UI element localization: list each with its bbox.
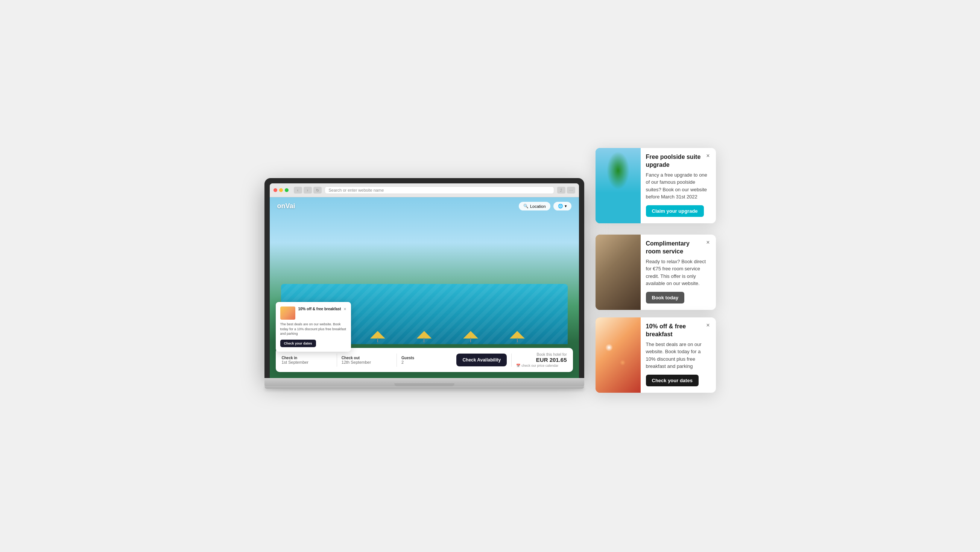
scene: ‹ › ↻ Search or enter website name ⤴ ⋯	[264, 148, 716, 404]
hotel-nav: onVai 🔍 Location 🌐 ▾	[270, 197, 579, 215]
popup-card-2-body: Complimentary room service × Ready to re…	[595, 235, 716, 310]
popup-card-3-body: 10% off & free breakfast × The best deal…	[595, 317, 716, 393]
umbrella-2	[370, 331, 385, 342]
calendar-icon: 📅	[516, 364, 520, 367]
hotel-site: onVai 🔍 Location 🌐 ▾	[270, 197, 579, 378]
checkin-value: 1st September	[282, 360, 332, 364]
checkin-label: Check in	[282, 356, 332, 360]
browser-menu-button[interactable]: ⋯	[567, 187, 575, 193]
popup-card-3-cta-button[interactable]: Check your dates	[646, 375, 698, 386]
address-text: Search or enter website name	[329, 188, 384, 192]
check-availability-button[interactable]: Check Availability	[456, 354, 507, 366]
popup-card-2-header: Complimentary room service ×	[646, 240, 710, 256]
inner-popup-header: 10% off & free breakfast ×	[280, 306, 347, 320]
guests-field[interactable]: Guests 2	[401, 356, 452, 364]
popup-card-1-description: Fancy a free upgrade to one of our famou…	[646, 171, 710, 201]
popup-card-upgrade: Free poolside suite upgrade × Fancy a fr…	[595, 148, 716, 223]
popup-card-3-header: 10% off & free breakfast ×	[646, 323, 710, 338]
inner-popup-image	[280, 306, 295, 320]
popup-card-1-close-button[interactable]: ×	[706, 153, 710, 159]
popup-card-2-image	[595, 235, 641, 310]
popup-card-1-body: Free poolside suite upgrade × Fancy a fr…	[595, 148, 716, 223]
location-button[interactable]: 🔍 Location	[519, 202, 550, 211]
popup-card-1-title: Free poolside suite upgrade	[646, 153, 703, 169]
booking-divider-1	[337, 354, 337, 367]
globe-icon: 🌐	[558, 204, 563, 209]
laptop-stand	[264, 386, 584, 389]
popup-card-3-image	[595, 317, 641, 393]
checkout-label: Check out	[342, 356, 392, 360]
inner-popup: 10% off & free breakfast × The best deal…	[276, 302, 351, 352]
booking-divider-3	[511, 354, 512, 367]
price-calendar-label: check our price calendar	[522, 364, 558, 367]
nav-actions: 🔍 Location 🌐 ▾	[519, 202, 571, 211]
popup-card-2-description: Ready to relax? Book direct for €75 free…	[646, 258, 710, 287]
booking-divider-2	[396, 354, 397, 367]
popup-card-1-content: Free poolside suite upgrade × Fancy a fr…	[641, 148, 716, 223]
laptop-screen-outer: ‹ › ↻ Search or enter website name ⤴ ⋯	[264, 178, 584, 378]
price-calendar[interactable]: 📅 check our price calendar	[516, 364, 566, 367]
language-button[interactable]: 🌐 ▾	[554, 202, 571, 211]
browser-window: ‹ › ↻ Search or enter website name ⤴ ⋯	[270, 183, 579, 378]
checkout-field[interactable]: Check out 12th September	[342, 356, 392, 364]
popup-card-2-title: Complimentary room service	[646, 240, 703, 256]
popup-card-2-close-button[interactable]: ×	[706, 239, 710, 246]
price-field: Book this hotel for EUR 201.65 📅 check o…	[516, 353, 566, 367]
guests-label: Guests	[401, 356, 452, 360]
location-label: Location	[530, 204, 546, 209]
checkin-field[interactable]: Check in 1st September	[282, 356, 332, 364]
inner-popup-title-row: 10% off & free breakfast ×	[298, 306, 347, 312]
chevron-icon: ▾	[565, 204, 567, 209]
guests-value: 2	[401, 360, 452, 364]
browser-share-button[interactable]: ⤴	[557, 187, 565, 193]
popup-card-3-content: 10% off & free breakfast × The best deal…	[641, 317, 716, 393]
traffic-lights	[274, 188, 288, 192]
popup-card-2-cta-button[interactable]: Book today	[646, 292, 685, 303]
popup-card-3-description: The best deals are on our website. Book …	[646, 341, 710, 370]
laptop: ‹ › ↻ Search or enter website name ⤴ ⋯	[264, 178, 584, 389]
inner-popup-cta-button[interactable]: Check your dates	[280, 340, 316, 347]
inner-popup-body: The best deals are on our website. Book …	[280, 322, 347, 336]
browser-chrome: ‹ › ↻ Search or enter website name ⤴ ⋯	[270, 183, 579, 197]
popup-card-3-title: 10% off & free breakfast	[646, 323, 703, 338]
popup-card-breakfast: 10% off & free breakfast × The best deal…	[595, 317, 716, 393]
traffic-light-red[interactable]	[274, 188, 277, 192]
hotel-logo: onVai	[277, 202, 295, 210]
popup-card-1-image	[595, 148, 641, 223]
popup-card-2-content: Complimentary room service × Ready to re…	[641, 235, 716, 310]
browser-action-buttons: ⤴ ⋯	[557, 187, 575, 193]
umbrella-4	[463, 331, 478, 342]
price-label: Book this hotel for	[516, 353, 566, 357]
inner-popup-title: 10% off & free breakfast	[298, 306, 342, 311]
laptop-base	[264, 378, 584, 386]
popup-card-roomservice: Complimentary room service × Ready to re…	[595, 235, 716, 310]
browser-address-bar[interactable]: Search or enter website name	[325, 187, 554, 194]
location-icon: 🔍	[523, 204, 528, 209]
checkout-value: 12th September	[342, 360, 392, 364]
popup-card-1-header: Free poolside suite upgrade ×	[646, 153, 710, 169]
browser-refresh-button[interactable]: ↻	[313, 187, 321, 193]
popup-card-1-cta-button[interactable]: Claim your upgrade	[646, 205, 704, 217]
umbrella-3	[417, 331, 431, 342]
inner-popup-close-button[interactable]: ×	[344, 306, 346, 312]
traffic-light-yellow[interactable]	[279, 188, 283, 192]
browser-back-button[interactable]: ‹	[294, 187, 302, 193]
umbrella-5	[510, 331, 525, 342]
traffic-light-green[interactable]	[285, 188, 288, 192]
popup-card-3-close-button[interactable]: ×	[706, 322, 710, 329]
browser-forward-button[interactable]: ›	[304, 187, 312, 193]
price-value: EUR 201.65	[516, 357, 566, 363]
browser-nav-buttons: ‹ › ↻	[294, 187, 321, 193]
